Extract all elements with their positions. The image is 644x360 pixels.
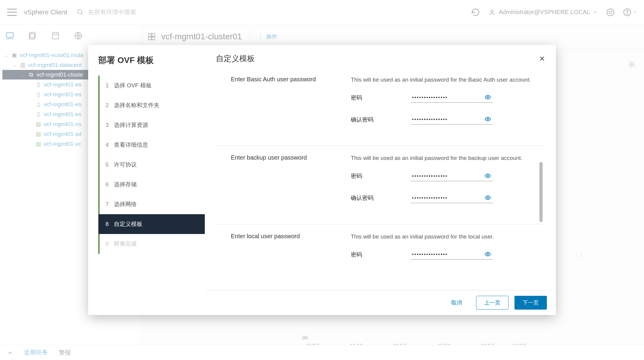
password-label: 密码 <box>351 172 411 180</box>
svg-point-19 <box>487 97 489 98</box>
wizard-content-panel: 自定义模板 ✕ Enter Basic Auth user password T… <box>205 45 556 315</box>
local-password-input[interactable] <box>411 250 493 260</box>
deploy-ovf-wizard: 部署 OVF 模板 1选择 OVF 模板 2选择名称和文件夹 3选择计算资源 4… <box>88 45 556 315</box>
wizard-step-title: 自定义模板 <box>216 53 255 64</box>
wizard-step-7[interactable]: 7选择网络 <box>100 194 205 214</box>
basic-password-input[interactable] <box>411 93 493 103</box>
section-description: This will be used as an initial password… <box>351 154 537 163</box>
wizard-step-6[interactable]: 6选择存储 <box>100 175 205 194</box>
wizard-step-9: 9即将完成 <box>100 234 205 254</box>
section-description: This will be used as an initial password… <box>351 75 537 84</box>
backup-user-section: Enter backup user password This will be … <box>216 146 545 224</box>
eye-icon[interactable] <box>484 116 491 122</box>
wizard-title: 部署 OVF 模板 <box>98 55 205 66</box>
eye-icon[interactable] <box>484 194 491 201</box>
svg-point-22 <box>487 197 489 199</box>
svg-point-21 <box>487 175 489 177</box>
eye-icon[interactable] <box>484 172 491 179</box>
section-description: This will be used as an initial password… <box>351 232 537 241</box>
password-label: 密码 <box>351 94 411 102</box>
basic-auth-section: Enter Basic Auth user password This will… <box>216 68 545 146</box>
form-scroll-area[interactable]: Enter Basic Auth user password This will… <box>205 68 556 290</box>
close-icon[interactable]: ✕ <box>539 55 545 63</box>
back-button[interactable]: 上一页 <box>476 296 508 310</box>
svg-point-23 <box>487 253 489 255</box>
confirm-password-label: 确认密码 <box>351 194 411 202</box>
section-label: Enter backup user password <box>231 154 351 215</box>
eye-icon[interactable] <box>484 251 491 257</box>
section-label: Enter Basic Auth user password <box>231 75 351 136</box>
wizard-step-1[interactable]: 1选择 OVF 模板 <box>100 76 205 95</box>
section-label: Enter local user password <box>231 232 351 262</box>
wizard-step-8[interactable]: 8自定义模板 <box>98 214 205 234</box>
wizard-step-5[interactable]: 5许可协议 <box>100 155 205 175</box>
wizard-step-3[interactable]: 3选择计算资源 <box>100 115 205 135</box>
confirm-password-label: 确认密码 <box>351 116 411 124</box>
wizard-step-2[interactable]: 2选择名称和文件夹 <box>100 95 205 115</box>
eye-icon[interactable] <box>484 94 491 100</box>
modal-overlay: 部署 OVF 模板 1选择 OVF 模板 2选择名称和文件夹 3选择计算资源 4… <box>0 0 644 360</box>
svg-point-20 <box>487 118 489 120</box>
cancel-button[interactable]: 取消 <box>443 296 470 310</box>
backup-confirm-input[interactable] <box>411 193 493 203</box>
basic-confirm-input[interactable] <box>411 115 493 124</box>
backup-password-input[interactable] <box>411 171 493 181</box>
local-user-section: Enter local user password This will be u… <box>216 224 545 272</box>
scrollbar-thumb[interactable] <box>539 162 543 222</box>
next-button[interactable]: 下一页 <box>514 296 547 310</box>
wizard-steps-panel: 部署 OVF 模板 1选择 OVF 模板 2选择名称和文件夹 3选择计算资源 4… <box>88 45 205 315</box>
password-label: 密码 <box>351 251 411 259</box>
wizard-footer: 取消 上一页 下一页 <box>205 290 556 315</box>
wizard-step-4[interactable]: 4查看详细信息 <box>100 135 205 155</box>
